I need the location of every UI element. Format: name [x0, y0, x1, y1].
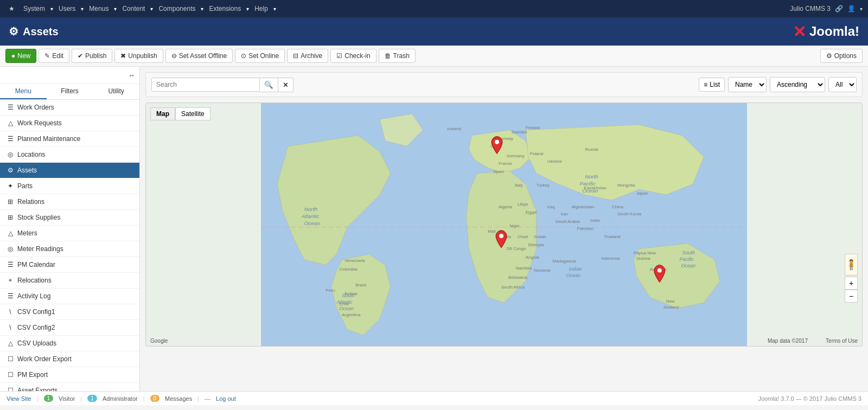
svg-text:North: North: [585, 174, 598, 180]
sidebar-item-meter-readings[interactable]: ◎ Meter Readings: [0, 241, 139, 257]
set-asset-offline-button[interactable]: ⊖ Set Asset Offline: [165, 49, 233, 63]
check-in-button[interactable]: ☑ Check-in: [330, 49, 376, 63]
search-box: 🔍 ✕: [151, 78, 293, 92]
svg-text:Egypt: Egypt: [526, 210, 537, 215]
publish-button[interactable]: ✔ Publish: [72, 49, 112, 63]
svg-text:Pakistan: Pakistan: [577, 226, 593, 231]
sidebar-item-pm-calendar[interactable]: ☰ PM Calendar: [0, 257, 139, 273]
brand-icon[interactable]: ★: [5, 5, 18, 12]
nav-extensions[interactable]: Extensions: [206, 5, 244, 12]
sidebar-item-meters[interactable]: △ Meters: [0, 226, 139, 241]
view-site-link[interactable]: View Site: [7, 395, 31, 402]
sidebar: ↔ Menu Filters Utility ☰ Work Orders △ W…: [0, 67, 140, 391]
zoom-in-button[interactable]: +: [845, 277, 858, 290]
csv-config2-icon: \: [7, 324, 14, 331]
edit-button[interactable]: ✎ Edit: [39, 49, 69, 63]
sidebar-item-parts[interactable]: ✦ Parts: [0, 178, 139, 194]
sidebar-item-stock-supplies[interactable]: ⊞ Stock Supplies: [0, 210, 139, 226]
map-data-credit: Map data ©2017: [768, 338, 808, 344]
sidebar-toggle[interactable]: ↔: [0, 67, 139, 84]
set-online-button[interactable]: ⊙ Set Online: [235, 49, 285, 63]
list-view-button[interactable]: ≡ List: [699, 78, 725, 92]
map-tab[interactable]: Map: [150, 107, 175, 120]
sidebar-item-asset-exports[interactable]: ☐ Asset Exports: [0, 383, 139, 391]
sidebar-item-planned-maintenance[interactable]: ☰ Planned Maintenance: [0, 131, 139, 147]
svg-text:Indian: Indian: [569, 266, 582, 272]
user-icon[interactable]: 👤: [847, 5, 856, 12]
svg-text:Angola: Angola: [526, 255, 539, 260]
svg-text:Japan: Japan: [636, 191, 648, 196]
sidebar-item-locations[interactable]: ◎ Locations: [0, 147, 139, 163]
sidebar-item-work-requests[interactable]: △ Work Requests: [0, 116, 139, 131]
new-button[interactable]: ● New: [5, 49, 36, 63]
svg-text:Guinea: Guinea: [636, 256, 650, 261]
nav-help[interactable]: Help: [251, 5, 271, 12]
svg-text:Kazakhstan: Kazakhstan: [584, 185, 607, 190]
nav-menus[interactable]: Menus: [86, 5, 112, 12]
nav-system[interactable]: System: [20, 5, 48, 12]
tab-menu[interactable]: Menu: [0, 84, 47, 99]
unpublish-button[interactable]: ✖ Unpublish: [114, 49, 163, 63]
svg-text:Chile: Chile: [339, 302, 349, 306]
svg-text:Madagascar: Madagascar: [553, 259, 577, 264]
svg-text:Peru: Peru: [326, 288, 335, 293]
sidebar-item-relocations[interactable]: + Relocations: [0, 273, 139, 289]
map-terms[interactable]: Terms of Use: [826, 338, 858, 344]
svg-point-71: [499, 234, 503, 238]
svg-text:Botswana: Botswana: [508, 275, 528, 280]
svg-text:Russia: Russia: [585, 147, 598, 152]
search-input[interactable]: [151, 78, 260, 92]
archive-button[interactable]: ⊟ Archive: [287, 49, 328, 63]
zoom-out-button[interactable]: −: [845, 290, 858, 303]
sidebar-item-relations[interactable]: ⊞ Relations: [0, 194, 139, 210]
footer-version: Joomla! 3.7.0 — © 2017 Julio CMMS 3: [758, 395, 861, 402]
x-icon: ✖: [120, 52, 126, 60]
archive-icon: ⊟: [293, 52, 298, 60]
options-button[interactable]: ⚙ Options: [820, 49, 863, 63]
footer: View Site | 1 Visitor | 1 Administrator …: [0, 391, 868, 405]
sidebar-item-assets[interactable]: ⚙ Assets: [0, 163, 139, 178]
work-requests-icon: △: [7, 119, 14, 127]
logout-link[interactable]: Log out: [216, 395, 236, 402]
street-view-icon[interactable]: 🧍: [845, 254, 858, 276]
svg-text:New: New: [666, 299, 675, 304]
map-view-tabs: Map Satellite: [150, 107, 210, 120]
svg-text:China: China: [612, 204, 623, 209]
relations-icon: ⊞: [7, 198, 14, 206]
sidebar-tabs: Menu Filters Utility: [0, 84, 139, 100]
svg-text:Zealand: Zealand: [663, 305, 679, 310]
order-select[interactable]: Ascending Descending: [770, 77, 825, 92]
sort-select[interactable]: Name ID Title: [728, 77, 767, 92]
tab-utility[interactable]: Utility: [93, 84, 139, 99]
sidebar-item-csv-uploads[interactable]: △ CSV Uploads: [0, 336, 139, 351]
csv-config1-icon: \: [7, 308, 14, 316]
sidebar-item-work-order-export[interactable]: ☐ Work Order Export: [0, 351, 139, 367]
svg-text:Libya: Libya: [518, 202, 528, 207]
visitor-badge: 1: [44, 395, 54, 402]
sidebar-item-activity-log[interactable]: ☰ Activity Log: [0, 289, 139, 304]
sidebar-item-pm-export[interactable]: ☐ PM Export: [0, 367, 139, 383]
nav-components[interactable]: Components: [155, 5, 199, 12]
svg-text:Sudan: Sudan: [534, 234, 546, 239]
svg-text:North: North: [304, 206, 318, 212]
svg-text:Afghanistan: Afghanistan: [571, 204, 594, 209]
search-clear-button[interactable]: ✕: [278, 78, 293, 92]
sidebar-item-work-orders[interactable]: ☰ Work Orders: [0, 100, 139, 116]
svg-text:Germany: Germany: [507, 153, 525, 158]
planned-maintenance-icon: ☰: [7, 135, 14, 143]
tab-filters[interactable]: Filters: [47, 84, 93, 99]
svg-text:India: India: [590, 218, 600, 223]
user-label[interactable]: Julio CMMS 3: [790, 5, 831, 12]
svg-point-72: [658, 268, 662, 273]
filter-select[interactable]: All: [828, 77, 857, 92]
filter-right: ≡ List Name ID Title Ascending Descendin…: [699, 77, 857, 92]
sidebar-item-csv-config1[interactable]: \ CSV Config1: [0, 304, 139, 320]
trash-button[interactable]: 🗑 Trash: [379, 49, 416, 63]
admin-badge: 1: [87, 395, 97, 402]
nav-content[interactable]: Content: [119, 5, 148, 12]
svg-text:Papua New: Papua New: [634, 251, 656, 255]
search-button[interactable]: 🔍: [260, 78, 278, 92]
satellite-tab[interactable]: Satellite: [175, 107, 210, 120]
sidebar-item-csv-config2[interactable]: \ CSV Config2: [0, 320, 139, 336]
nav-users[interactable]: Users: [55, 5, 79, 12]
